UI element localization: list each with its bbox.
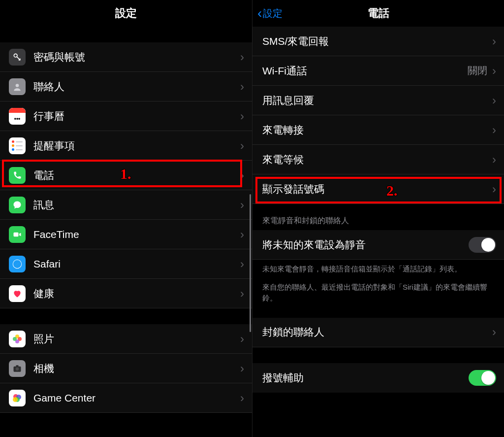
chevron-right-icon: › bbox=[492, 326, 496, 338]
svg-point-10 bbox=[16, 367, 19, 370]
key-icon bbox=[9, 49, 26, 66]
messages-icon bbox=[9, 197, 26, 213]
row-label: 顯示發話號碼 bbox=[262, 182, 492, 196]
chevron-right-icon: › bbox=[492, 35, 496, 47]
chevron-right-icon: › bbox=[492, 154, 496, 166]
chevron-left-icon: ‹ bbox=[257, 6, 262, 20]
phone-panel: ‹ 設定 電話 SMS/來電回報 › Wi-Fi通話 關閉 › 用訊息回覆 › … bbox=[252, 0, 504, 437]
svg-rect-11 bbox=[16, 365, 19, 367]
annotation-number-2: 2. bbox=[386, 182, 398, 199]
row-label: 聯絡人 bbox=[33, 80, 240, 94]
row-label: Wi-Fi通話 bbox=[262, 64, 468, 78]
chevron-right-icon: › bbox=[492, 95, 496, 106]
row-label: SMS/來電回報 bbox=[262, 34, 492, 48]
health-icon bbox=[9, 285, 26, 302]
svg-point-1 bbox=[16, 84, 19, 87]
dial-assist-toggle[interactable] bbox=[469, 370, 496, 386]
chevron-right-icon: › bbox=[492, 65, 496, 77]
chevron-right-icon: › bbox=[240, 333, 244, 345]
row-label: Safari bbox=[33, 258, 240, 270]
section-footer-1: 未知來電會靜音，轉接語音信箱並顯示於「通話記錄」列表。 bbox=[252, 260, 504, 278]
chevron-right-icon: › bbox=[240, 363, 244, 374]
chevron-right-icon: › bbox=[240, 392, 244, 404]
settings-title: 設定 bbox=[115, 6, 137, 21]
row-label: 來電等候 bbox=[262, 153, 492, 167]
row-label: 用訊息回覆 bbox=[262, 94, 492, 107]
chevron-right-icon: › bbox=[240, 258, 244, 270]
reminders-icon bbox=[9, 137, 26, 154]
contacts-icon bbox=[9, 78, 26, 95]
row-label: 健康 bbox=[33, 287, 240, 301]
svg-point-15 bbox=[13, 397, 18, 402]
chevron-right-icon: › bbox=[240, 229, 244, 240]
row-value: 關閉 bbox=[468, 64, 487, 77]
settings-row-facetime[interactable]: FaceTime › bbox=[0, 220, 252, 249]
phone-row-call-forward[interactable]: 來電轉接 › bbox=[252, 115, 504, 145]
phone-icon bbox=[9, 167, 26, 184]
phone-row-sms-callback[interactable]: SMS/來電回報 › bbox=[252, 27, 504, 56]
settings-row-reminders[interactable]: 提醒事項 › bbox=[0, 131, 252, 161]
row-label: 封鎖的聯絡人 bbox=[262, 325, 492, 339]
safari-icon bbox=[9, 256, 26, 272]
calendar-icon: ••• bbox=[9, 108, 26, 125]
phone-title: 電話 bbox=[368, 6, 389, 21]
svg-point-4 bbox=[13, 260, 22, 268]
settings-panel: 設定 密碼與帳號 › 聯絡人 › bbox=[0, 0, 252, 437]
settings-row-messages[interactable]: 訊息 › bbox=[0, 190, 252, 220]
chevron-right-icon: › bbox=[240, 51, 244, 63]
settings-row-contacts[interactable]: 聯絡人 › bbox=[0, 72, 252, 101]
section-header-silence: 來電靜音和封鎖的聯絡人 bbox=[252, 204, 504, 230]
row-label: 訊息 bbox=[33, 198, 240, 212]
phone-row-dial-assist[interactable]: 撥號輔助 bbox=[252, 363, 504, 393]
settings-row-photos[interactable]: 照片 › bbox=[0, 324, 252, 354]
row-label: 將未知的來電設為靜音 bbox=[262, 238, 469, 252]
row-label: FaceTime bbox=[33, 229, 240, 240]
phone-navbar: ‹ 設定 電話 bbox=[252, 0, 504, 27]
chevron-right-icon: › bbox=[240, 81, 244, 93]
settings-row-camera[interactable]: 相機 › bbox=[0, 354, 252, 383]
section-footer-2: 來自您的聯絡人、最近撥出電話的對象和「Siri建議」的來電會繼續響鈴。 bbox=[252, 278, 504, 307]
phone-row-wifi-calling[interactable]: Wi-Fi通話 關閉 › bbox=[252, 56, 504, 86]
nav-back-button[interactable]: ‹ 設定 bbox=[257, 0, 283, 27]
settings-row-safari[interactable]: Safari › bbox=[0, 249, 252, 279]
chevron-right-icon: › bbox=[492, 183, 496, 195]
phone-row-blocked[interactable]: 封鎖的聯絡人 › bbox=[252, 318, 504, 347]
row-label: Game Center bbox=[33, 392, 240, 404]
row-label: 電話 bbox=[33, 168, 240, 182]
chevron-right-icon: › bbox=[240, 140, 244, 152]
svg-point-8 bbox=[13, 337, 17, 341]
row-label: 撥號輔助 bbox=[262, 371, 469, 385]
settings-row-passwords[interactable]: 密碼與帳號 › bbox=[0, 42, 252, 72]
phone-row-respond-text[interactable]: 用訊息回覆 › bbox=[252, 86, 504, 115]
row-label: 相機 bbox=[33, 362, 240, 375]
scrollbar-thumb[interactable] bbox=[250, 194, 251, 332]
chevron-right-icon: › bbox=[240, 288, 244, 300]
silence-unknown-toggle[interactable] bbox=[469, 237, 496, 253]
phone-row-call-waiting[interactable]: 來電等候 › bbox=[252, 145, 504, 174]
row-label: 行事曆 bbox=[33, 109, 240, 123]
settings-row-gamecenter[interactable]: Game Center › bbox=[0, 383, 252, 413]
phone-row-show-caller-id[interactable]: 顯示發話號碼 › bbox=[252, 174, 504, 204]
photos-icon bbox=[9, 331, 26, 347]
svg-rect-2 bbox=[14, 232, 19, 236]
row-label: 密碼與帳號 bbox=[33, 50, 240, 64]
facetime-icon bbox=[9, 226, 26, 243]
row-label: 提醒事項 bbox=[33, 139, 240, 153]
gamecenter-icon bbox=[9, 390, 26, 406]
settings-navbar: 設定 bbox=[0, 0, 252, 27]
chevron-right-icon: › bbox=[240, 199, 244, 211]
camera-icon bbox=[9, 360, 26, 377]
phone-scroll[interactable]: SMS/來電回報 › Wi-Fi通話 關閉 › 用訊息回覆 › 來電轉接 › 來… bbox=[252, 27, 504, 437]
settings-row-health[interactable]: 健康 › bbox=[0, 279, 252, 308]
row-label: 來電轉接 bbox=[262, 123, 492, 137]
annotation-number-1: 1. bbox=[120, 166, 131, 182]
row-label: 照片 bbox=[33, 332, 240, 346]
nav-back-label: 設定 bbox=[263, 7, 283, 20]
settings-scroll[interactable]: 密碼與帳號 › 聯絡人 › ••• 行事曆 › bbox=[0, 27, 252, 437]
phone-row-silence-unknown[interactable]: 將未知的來電設為靜音 bbox=[252, 230, 504, 260]
chevron-right-icon: › bbox=[240, 169, 244, 181]
settings-row-calendar[interactable]: ••• 行事曆 › bbox=[0, 101, 252, 131]
chevron-right-icon: › bbox=[492, 124, 496, 136]
chevron-right-icon: › bbox=[240, 110, 244, 122]
